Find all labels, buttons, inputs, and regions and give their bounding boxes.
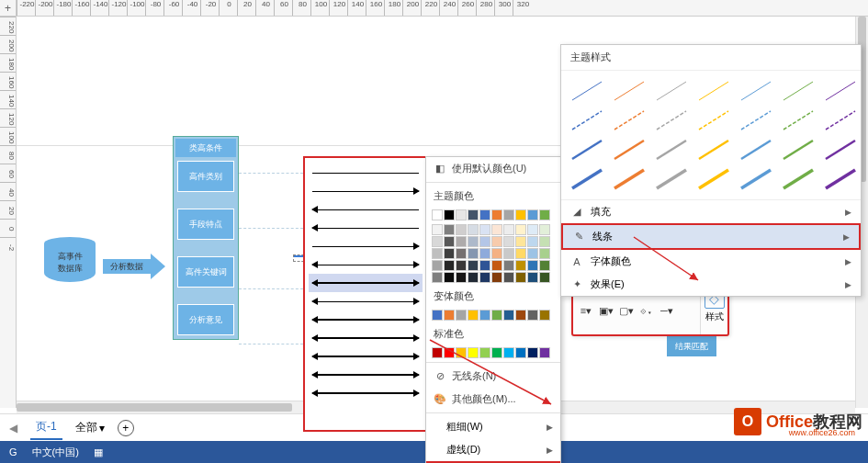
color-swatch[interactable] (432, 260, 443, 271)
color-swatch[interactable] (503, 347, 514, 358)
color-swatch[interactable] (468, 347, 479, 358)
color-swatch[interactable] (456, 260, 467, 271)
color-swatch[interactable] (432, 224, 443, 235)
color-swatch[interactable] (479, 236, 490, 247)
color-swatch[interactable] (491, 310, 502, 321)
color-swatch[interactable] (456, 236, 467, 247)
color-swatch[interactable] (539, 347, 550, 358)
dashes-item[interactable]: 虚线(D)▶ (426, 438, 560, 461)
connector-3[interactable] (239, 288, 303, 289)
theme-style-cell[interactable] (695, 78, 732, 104)
color-swatch[interactable] (432, 248, 443, 259)
page-nav-prev[interactable]: ◀ (9, 422, 17, 435)
color-swatch[interactable] (432, 347, 443, 358)
color-swatch[interactable] (539, 209, 550, 220)
effects-item[interactable]: ✦效果(E)▶ (561, 273, 861, 296)
theme-style-grid[interactable] (561, 71, 861, 199)
theme-style-cell[interactable] (611, 166, 648, 192)
color-swatch[interactable] (456, 347, 467, 358)
font-color-item[interactable]: A字体颜色▶ (561, 250, 861, 273)
theme-style-cell[interactable] (653, 107, 690, 133)
theme-style-cell[interactable] (569, 166, 605, 192)
color-swatch[interactable] (515, 248, 526, 259)
theme-style-cell[interactable] (695, 166, 732, 192)
color-swatch[interactable] (503, 310, 514, 321)
theme-style-cell[interactable] (822, 137, 859, 163)
theme-style-cell[interactable] (780, 137, 817, 163)
arrow-option-both4[interactable] (309, 329, 423, 347)
line-style-button[interactable]: ─▾ (658, 301, 676, 320)
standard-color-swatches[interactable] (426, 345, 560, 360)
color-swatch[interactable] (468, 209, 479, 220)
color-swatch[interactable] (527, 260, 538, 271)
color-swatch[interactable] (515, 224, 526, 235)
color-swatch[interactable] (444, 224, 455, 235)
vertical-ruler[interactable]: 220200180160140120100806040200-2 (0, 17, 17, 408)
color-swatch[interactable] (456, 248, 467, 259)
theme-style-cell[interactable] (695, 107, 732, 133)
color-swatch[interactable] (456, 209, 467, 220)
send-back-button[interactable]: ▢▾ (617, 301, 636, 320)
color-swatch[interactable] (444, 236, 455, 247)
color-swatch[interactable] (491, 236, 502, 247)
default-color-item[interactable]: ◧ 使用默认颜色(U) (426, 157, 560, 180)
color-swatch[interactable] (444, 310, 455, 321)
color-swatch[interactable] (527, 310, 538, 321)
line-format-menu[interactable]: ◧ 使用默认颜色(U) 主题颜色 变体颜色 标准色 ⊘无线条(N) 🎨其他颜色(… (425, 156, 561, 463)
color-swatch[interactable] (527, 209, 538, 220)
color-swatch[interactable] (468, 260, 479, 271)
arrow-option-both3[interactable] (309, 311, 423, 329)
color-swatch[interactable] (491, 347, 502, 358)
color-swatch[interactable] (479, 224, 490, 235)
theme-style-cell[interactable] (780, 107, 817, 133)
color-swatch[interactable] (479, 260, 490, 271)
color-swatch[interactable] (503, 248, 514, 259)
process-box-1[interactable]: 高件类别 (177, 161, 234, 192)
scrollbar-thumb[interactable] (17, 403, 292, 412)
arrow-option-both5[interactable] (309, 347, 423, 366)
color-swatch[interactable] (456, 272, 467, 283)
theme-style-cell[interactable] (780, 78, 817, 104)
color-swatch[interactable] (503, 260, 514, 271)
theme-style-cell[interactable] (822, 166, 859, 192)
color-swatch[interactable] (444, 260, 455, 271)
theme-style-cell[interactable] (738, 78, 774, 104)
color-swatch[interactable] (515, 209, 526, 220)
color-swatch[interactable] (468, 248, 479, 259)
color-swatch[interactable] (539, 248, 550, 259)
color-swatch[interactable] (515, 347, 526, 358)
color-swatch[interactable] (491, 224, 502, 235)
theme-style-cell[interactable] (653, 78, 690, 104)
no-line-item[interactable]: ⊘无线条(N) (426, 365, 560, 388)
color-swatch[interactable] (491, 272, 502, 283)
color-swatch[interactable] (479, 272, 490, 283)
color-swatch[interactable] (432, 209, 443, 220)
color-swatch[interactable] (539, 272, 550, 283)
weight-item[interactable]: 粗细(W)▶ (426, 415, 560, 438)
fill-item[interactable]: ◢填充▶ (561, 200, 861, 223)
theme-style-cell[interactable] (569, 137, 605, 163)
database-shape[interactable]: 高事件数据库 (44, 237, 96, 288)
theme-color-swatches[interactable] (426, 208, 560, 222)
color-swatch[interactable] (468, 272, 479, 283)
color-swatch[interactable] (468, 236, 479, 247)
theme-style-cell[interactable] (653, 166, 690, 192)
color-swatch[interactable] (527, 272, 538, 283)
color-swatch[interactable] (468, 310, 479, 321)
page-tab-1[interactable]: 页-1 (30, 415, 62, 440)
theme-style-cell[interactable] (611, 137, 648, 163)
color-swatch[interactable] (503, 272, 514, 283)
theme-style-cell[interactable] (822, 107, 859, 133)
result-box[interactable]: 结果匹配 (667, 336, 716, 356)
color-swatch[interactable] (515, 236, 526, 247)
arrow-option-right2[interactable] (309, 237, 423, 255)
color-swatch[interactable] (539, 310, 550, 321)
arrow-option-left2[interactable] (309, 219, 423, 237)
color-swatch[interactable] (515, 260, 526, 271)
theme-style-cell[interactable] (738, 107, 774, 133)
macro-indicator[interactable]: ▦ (94, 446, 103, 458)
arrow-style-flyout[interactable] (303, 156, 428, 432)
arrow-shape[interactable]: 分析数据 (103, 254, 165, 279)
color-swatch[interactable] (479, 209, 490, 220)
color-swatch[interactable] (527, 236, 538, 247)
